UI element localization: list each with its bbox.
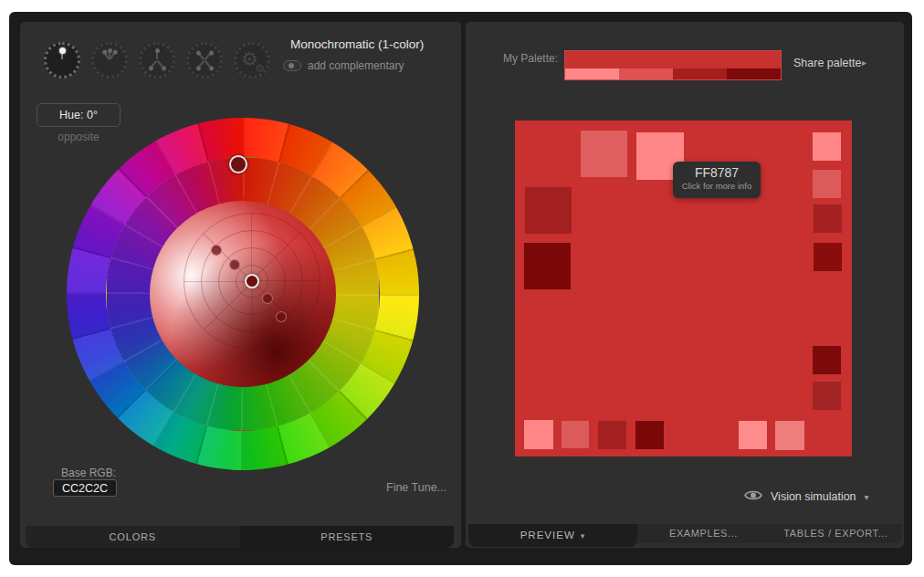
tab-colors[interactable]: COLORS [26, 526, 240, 548]
scheme-mode-freestyle-button[interactable]: ⚙ ⚙ [234, 42, 270, 79]
palette-strip[interactable] [565, 51, 781, 79]
preview-square[interactable] [524, 420, 553, 449]
share-palette-link[interactable]: Share palette [793, 57, 861, 69]
fine-tune-link[interactable]: Fine Tune... [386, 481, 446, 494]
variant-marker[interactable] [229, 259, 240, 270]
palette-base-swatch[interactable] [565, 51, 781, 68]
small-gear-icon: ⚙ [255, 62, 265, 75]
base-rgb-label: Base RGB: [61, 467, 116, 479]
tooltip-hex-value: FF8787 [673, 165, 761, 180]
scheme-title: Monochromatic (1-color) [290, 37, 424, 51]
hue-marker[interactable] [229, 155, 247, 173]
preview-square[interactable] [562, 421, 589, 448]
preview-square[interactable] [814, 243, 842, 271]
vision-caret-icon: ▾ [865, 492, 869, 502]
variant-marker[interactable] [262, 293, 273, 304]
palette-variant-row [565, 68, 781, 79]
add-complementary-label: add complementary [308, 59, 404, 72]
preview-square[interactable] [739, 421, 767, 449]
palette-variant-swatch[interactable] [565, 68, 619, 79]
preview-square[interactable] [813, 382, 841, 410]
tab-preview[interactable]: PREVIEW▾ [468, 524, 637, 547]
preview-square[interactable] [814, 205, 842, 233]
toggle-dot [289, 63, 294, 68]
preview-square[interactable] [813, 346, 841, 374]
scheme-mode-triad-button[interactable] [139, 42, 175, 79]
scheme-mode-adjacent-button[interactable] [91, 42, 128, 79]
palette-variant-swatch[interactable] [619, 68, 673, 79]
base-rgb-input[interactable] [53, 479, 117, 497]
preview-square[interactable] [775, 421, 804, 450]
tab-preview-label: PREVIEW [520, 530, 575, 540]
add-complementary-toggle[interactable] [283, 60, 301, 71]
tab-examples[interactable]: EXAMPLES... [637, 524, 770, 543]
preview-square[interactable] [525, 187, 572, 234]
palette-variant-swatch[interactable] [727, 68, 781, 79]
palette-variant-swatch[interactable] [673, 68, 727, 79]
app-frame: ⚙ ⚙ Monochromatic (1-color) add compleme… [9, 12, 912, 565]
vision-simulation-control[interactable]: Vision simulation ▾ [744, 488, 869, 505]
scheme-mode-monochromatic-button[interactable] [44, 42, 80, 79]
tooltip-hint: Click for more info [673, 181, 761, 191]
preview-square[interactable] [524, 243, 571, 289]
tab-tables-export[interactable]: TABLES / EXPORT... [770, 524, 902, 543]
color-wheel[interactable] [67, 118, 419, 470]
preview-panel: My Palette: Share palette ▸ FF8787 Click… [466, 22, 904, 548]
tab-presets[interactable]: PRESETS [240, 526, 455, 548]
color-tooltip[interactable]: FF8787 Click for more info [673, 162, 761, 198]
app-window: ⚙ ⚙ Monochromatic (1-color) add compleme… [0, 0, 924, 577]
share-palette-arrow-icon: ▸ [862, 58, 866, 68]
knob-dot [59, 47, 66, 54]
preview-square[interactable] [598, 421, 626, 449]
variant-marker[interactable] [276, 311, 287, 322]
eye-icon [744, 488, 762, 505]
scheme-panel: ⚙ ⚙ Monochromatic (1-color) add compleme… [20, 22, 461, 548]
preview-caret-icon: ▾ [581, 531, 586, 540]
base-color-marker[interactable] [245, 274, 259, 288]
add-complementary-control[interactable]: add complementary [283, 59, 404, 72]
preview-square[interactable] [635, 421, 664, 449]
preview-square[interactable] [813, 132, 841, 161]
right-tabbar: EXAMPLES... TABLES / EXPORT... [637, 524, 902, 543]
preview-square[interactable] [813, 170, 841, 198]
preview-square[interactable] [581, 131, 627, 177]
my-palette-label: My Palette: [503, 52, 558, 65]
scheme-mode-tetrad-button[interactable] [186, 42, 223, 79]
saturation-brightness-disc[interactable] [150, 201, 336, 387]
left-tabbar: COLORS PRESETS [26, 526, 454, 548]
vision-simulation-label: Vision simulation [771, 490, 856, 503]
variant-marker[interactable] [211, 245, 222, 256]
